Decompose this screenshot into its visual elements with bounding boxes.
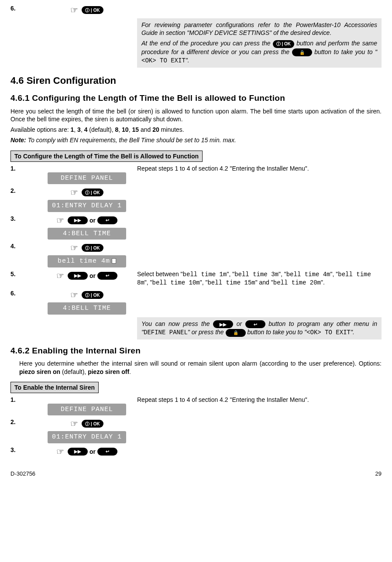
code: bell time 20m: [273, 279, 321, 286]
hand-icon: ☞: [70, 289, 78, 301]
t: and: [139, 126, 152, 133]
step-number: 1.: [10, 396, 37, 404]
back-button-icon: ↩: [97, 216, 117, 224]
control-col: ☞ ▶▶ or ↩ 4:BELL TIME: [37, 215, 137, 240]
ok-line: ☞ ⓘ | OK: [70, 187, 103, 198]
forward-button-icon: ▶▶: [68, 448, 88, 456]
doc-id: D-302756: [10, 470, 35, 478]
hand-icon: ☞: [70, 4, 78, 16]
desc: Repeat steps 1 to 4 of section 4.2 "Ente…: [137, 396, 382, 404]
back-button-icon: ↩: [97, 448, 117, 456]
control-col: ☞ ⓘ | OK 01:ENTRY DELAY 1: [37, 418, 137, 443]
forward-button-icon: ▶▶: [68, 272, 88, 280]
desc: Repeat steps 1 to 4 of section 4.2 "Ente…: [137, 164, 382, 172]
lcd-display: 4:BELL TIME: [48, 302, 126, 315]
t: You can now press the: [141, 320, 213, 327]
t: (default),: [60, 368, 88, 375]
control-col: DEFINE PANEL: [37, 396, 137, 416]
back-button-icon: ↩: [245, 320, 265, 328]
lock-button-icon: [226, 329, 246, 337]
bell-step3: 3. ☞ ▶▶ or ↩ 4:BELL TIME: [10, 215, 382, 240]
back-button-icon: ↩: [97, 272, 117, 280]
t: Select between ": [137, 271, 183, 278]
t: " or press the: [188, 329, 226, 336]
opt: 15: [132, 126, 139, 133]
ok-button-icon: ⓘ | OK: [82, 291, 103, 299]
step-number: 1.: [10, 164, 37, 172]
ok-button-icon: ⓘ | OK: [273, 40, 294, 48]
t: ", ": [200, 279, 208, 286]
t: .: [129, 368, 131, 375]
t: ".: [351, 329, 354, 336]
lock-button-icon: [292, 48, 312, 56]
step-number: 2.: [10, 418, 37, 426]
page-number: 29: [375, 470, 382, 478]
lcd-text: bell time 4m: [58, 257, 110, 265]
t: minutes.: [159, 126, 184, 133]
ok-button-icon: ⓘ | OK: [82, 6, 103, 14]
control-col: ☞ ▶▶ or ↩: [37, 270, 137, 281]
ok-line: ☞ ⓘ | OK: [70, 242, 103, 254]
t: button to take you to ": [246, 329, 307, 336]
code: <OK> TO EXIT: [306, 329, 351, 336]
para-461b: Available options are: 1, 3, 4 (default)…: [10, 126, 382, 134]
code: bell time 3m: [234, 271, 279, 278]
t: (default),: [87, 126, 115, 133]
opt: 3: [77, 126, 81, 133]
step-number: 3.: [10, 215, 37, 223]
step-number: 6.: [10, 4, 37, 12]
code: bell time 1m: [183, 271, 227, 278]
t: ", ": [279, 271, 286, 278]
siren-step1: 1. DEFINE PANEL Repeat steps 1 to 4 of s…: [10, 396, 382, 416]
t: Available options are:: [10, 126, 71, 133]
control-col: DEFINE PANEL: [37, 164, 137, 185]
lcd-display: 01:ENTRY DELAY 1: [48, 200, 126, 212]
step-number: 2.: [10, 187, 37, 195]
ok-button-icon: ⓘ | OK: [82, 420, 103, 428]
opt: 10: [122, 126, 129, 133]
bell-step1: 1. DEFINE PANEL Repeat steps 1 to 4 of s…: [10, 164, 382, 185]
t: ,: [118, 126, 122, 133]
control-col: ☞ ⓘ | OK bell time 4m: [37, 242, 137, 267]
code: bell time 15m: [207, 279, 255, 286]
ok-line: ☞ ⓘ | OK: [70, 418, 103, 429]
note-text: To comply with EN requirements, the Bell…: [26, 137, 236, 144]
hand-icon: ☞: [70, 242, 78, 254]
hand-icon: ☞: [56, 215, 64, 226]
ok-button-icon: ⓘ | OK: [82, 188, 103, 196]
cursor-icon: [112, 258, 116, 264]
heading-4-6: 4.6 Siren Configuration: [10, 75, 382, 87]
t: At the end of the procedure you can pres…: [141, 40, 273, 47]
note-p1: For reviewing parameter configurations r…: [141, 21, 377, 37]
hand-icon: ☞: [56, 446, 64, 457]
opt: 20: [152, 126, 159, 133]
note-label: Note:: [10, 137, 26, 144]
ok-button-icon: ⓘ | OK: [82, 244, 103, 252]
siren-step2: 2. ☞ ⓘ | OK 01:ENTRY DELAY 1: [10, 418, 382, 443]
step-number: 6.: [10, 289, 37, 297]
top-note: For reviewing parameter configurations r…: [137, 18, 382, 68]
lcd-display: DEFINE PANEL: [48, 404, 126, 416]
desc: Select between "bell time 1m", "bell tim…: [137, 270, 382, 287]
forward-button-icon: ▶▶: [213, 320, 233, 328]
nav-line: ☞ ▶▶ or ↩: [56, 270, 117, 281]
step-number: 3.: [10, 446, 37, 454]
lcd-display: bell time 4m: [48, 255, 126, 267]
or-label: or: [89, 216, 96, 224]
opt: piezo siren on: [19, 368, 60, 375]
or-label: or: [89, 448, 96, 456]
heading-4-6-1: 4.6.1 Configuring the Length of Time the…: [10, 93, 382, 104]
t: ".: [186, 57, 189, 64]
t: ".: [321, 279, 325, 286]
t: ", ": [144, 279, 152, 286]
t: button to take you to ": [312, 48, 377, 55]
t: " and ": [255, 279, 273, 286]
control-col: ☞ ⓘ | OK 01:ENTRY DELAY 1: [37, 187, 137, 212]
ok-line: ☞ ⓘ | OK: [70, 4, 103, 16]
para-461a: Here you select the length of time the b…: [10, 107, 382, 123]
t: ", ": [330, 271, 338, 278]
code: bell time 10m: [152, 279, 200, 286]
nav-line: ☞ ▶▶ or ↩: [56, 446, 117, 457]
t: Here you determine whether the internal …: [19, 360, 382, 367]
bell-step4: 4. ☞ ⓘ | OK bell time 4m: [10, 242, 382, 267]
